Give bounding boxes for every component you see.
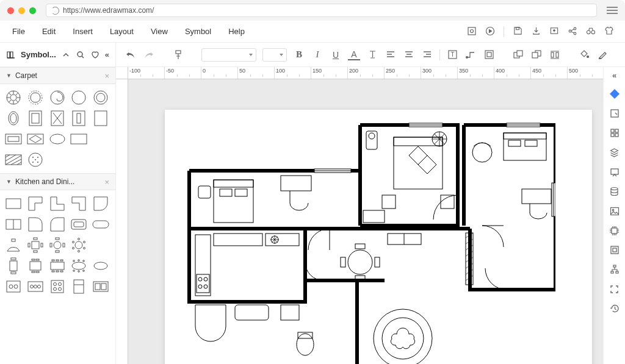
- menu-symbol[interactable]: Symbol: [176, 27, 220, 36]
- shape-counter-l1[interactable]: [26, 194, 45, 213]
- shape-format-icon[interactable]: [609, 88, 620, 99]
- shape-table-round4[interactable]: [48, 235, 67, 255]
- align-left-icon[interactable]: [385, 48, 397, 62]
- shirt-icon[interactable]: [604, 26, 614, 36]
- italic-icon[interactable]: I: [311, 48, 323, 62]
- shape-stove4[interactable]: [48, 277, 67, 296]
- screenshot-icon[interactable]: [467, 26, 477, 36]
- shape-carpet-oval-h[interactable]: [48, 129, 67, 149]
- maximize-window[interactable]: [29, 7, 36, 14]
- shape-table-rect4[interactable]: [26, 256, 45, 276]
- share-icon[interactable]: [568, 26, 577, 36]
- shape-cabinet[interactable]: [4, 215, 23, 234]
- send-back-icon[interactable]: [512, 48, 524, 62]
- shape-carpet-oval[interactable]: [4, 109, 23, 128]
- image-icon[interactable]: [609, 205, 620, 216]
- bring-front-icon[interactable]: [530, 48, 543, 62]
- align-center-icon[interactable]: [403, 48, 415, 62]
- shape-carpet-round-double[interactable]: [91, 88, 110, 107]
- collapse-left-icon[interactable]: «: [105, 50, 109, 59]
- bold-icon[interactable]: B: [293, 48, 305, 62]
- close-window[interactable]: [7, 7, 14, 14]
- cloud-up-icon[interactable]: [549, 26, 559, 36]
- drawing-page[interactable]: [165, 110, 592, 364]
- refresh-icon[interactable]: [51, 7, 59, 15]
- shape-carpet-h-diamond[interactable]: [26, 129, 45, 149]
- shape-fridge[interactable]: [69, 277, 89, 296]
- library-icon[interactable]: [6, 50, 16, 60]
- connector-icon[interactable]: [464, 48, 477, 62]
- play-icon[interactable]: [485, 26, 495, 36]
- shape-carpet-hatch[interactable]: [4, 150, 23, 170]
- export-icon[interactable]: [531, 26, 541, 36]
- shape-table-oval8[interactable]: [91, 256, 110, 276]
- shape-table-oval6[interactable]: [69, 256, 89, 276]
- save-icon[interactable]: [513, 26, 522, 36]
- highlight-icon[interactable]: [366, 48, 378, 62]
- menu-layout[interactable]: Layout: [101, 27, 142, 36]
- close-group-icon[interactable]: ×: [104, 177, 109, 187]
- history-icon[interactable]: [609, 303, 620, 314]
- menu-view[interactable]: View: [142, 27, 176, 36]
- browser-menu-icon[interactable]: [607, 7, 618, 14]
- shape-cooktop[interactable]: [91, 277, 110, 296]
- font-size-select[interactable]: [262, 48, 287, 62]
- floor-plan-drawing[interactable]: [177, 122, 555, 364]
- shape-carpet-rect-plain[interactable]: [91, 109, 110, 128]
- redo-icon[interactable]: [143, 48, 155, 62]
- menu-edit[interactable]: Edit: [34, 27, 64, 36]
- shape-carpet-rect-v[interactable]: [69, 109, 89, 128]
- shape-table-rect6[interactable]: [48, 256, 67, 276]
- menu-insert[interactable]: Insert: [64, 27, 101, 36]
- shape-stove1[interactable]: [4, 277, 23, 296]
- fullscreen-icon[interactable]: [609, 284, 620, 294]
- shape-carpet-dots[interactable]: [26, 150, 45, 170]
- shape-carpet-round-sunburst[interactable]: [4, 88, 23, 107]
- minimize-window[interactable]: [18, 7, 25, 14]
- canvas[interactable]: -100 -50 0 50 100 150 200 250 300 350 40…: [116, 67, 603, 364]
- chevron-up-icon[interactable]: [61, 51, 71, 59]
- page-setup-icon[interactable]: [609, 108, 620, 119]
- shape-carpet-rect-frame[interactable]: [26, 109, 45, 128]
- shape-carpet-round-gear[interactable]: [26, 88, 45, 107]
- shape-stove2[interactable]: [26, 277, 45, 296]
- shape-table-square4[interactable]: [26, 235, 45, 255]
- shape-carpet-h-rect[interactable]: [4, 129, 23, 149]
- shape-counter-straight[interactable]: [4, 194, 23, 213]
- heart-icon[interactable]: [90, 51, 100, 59]
- collapse-right-icon[interactable]: «: [612, 71, 616, 80]
- close-group-icon[interactable]: ×: [104, 71, 109, 80]
- layers-icon[interactable]: [609, 147, 620, 158]
- shape-pill[interactable]: [91, 215, 110, 234]
- shape-counter-l2[interactable]: [48, 194, 67, 213]
- container-icon[interactable]: [483, 48, 495, 62]
- menu-help[interactable]: Help: [220, 27, 253, 36]
- format-painter-icon[interactable]: [172, 48, 184, 62]
- shape-carpet-rect-diamond[interactable]: [48, 109, 67, 128]
- font-color-icon[interactable]: A: [348, 49, 360, 60]
- shape-sink[interactable]: [69, 215, 89, 234]
- shape-carpet-round-plain[interactable]: [69, 88, 89, 107]
- line-color-icon[interactable]: [596, 48, 609, 62]
- ai-chip-icon[interactable]: [609, 225, 620, 236]
- menu-file[interactable]: File: [4, 27, 34, 36]
- data-icon[interactable]: [609, 186, 620, 197]
- align-right-icon[interactable]: [421, 48, 433, 62]
- text-box-icon[interactable]: T: [446, 48, 458, 62]
- fill-icon[interactable]: [578, 48, 590, 62]
- group-header-kitchen[interactable]: ▼ Kitchen and Dini... ×: [0, 173, 115, 190]
- tree-icon[interactable]: [609, 264, 620, 275]
- underline-icon[interactable]: U: [330, 48, 342, 62]
- font-family-select[interactable]: [201, 48, 256, 62]
- shape-carpet-round-swirl[interactable]: [48, 88, 67, 107]
- shape-table-half[interactable]: [4, 235, 23, 255]
- binoculars-icon[interactable]: [586, 26, 596, 36]
- shape-counter-round-r[interactable]: [48, 215, 67, 234]
- shape-table-rect2[interactable]: [4, 256, 23, 276]
- distribute-icon[interactable]: [549, 48, 561, 62]
- url-bar[interactable]: https://www.edrawmax.com/: [46, 4, 597, 17]
- presentation-icon[interactable]: [609, 166, 620, 177]
- search-icon[interactable]: [76, 51, 85, 59]
- shape-counter-round-l[interactable]: [26, 215, 45, 234]
- shape-counter-curve[interactable]: [91, 194, 110, 213]
